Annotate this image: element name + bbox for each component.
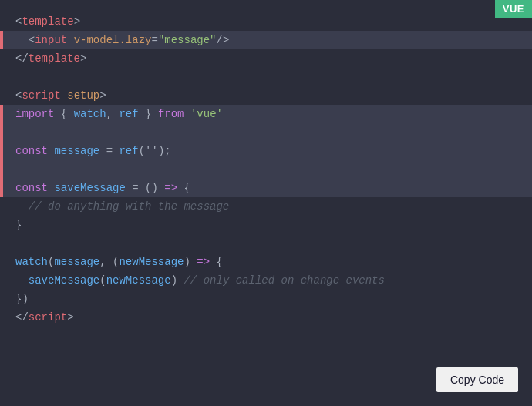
code-token: )	[184, 256, 197, 268]
code-line	[0, 234, 532, 253]
code-line: </template>	[0, 49, 532, 68]
code-token: >	[74, 15, 80, 28]
code-line	[0, 68, 532, 86]
code-token: })	[15, 293, 29, 305]
code-token: // do anything with the message	[29, 200, 229, 213]
code-token: saveMessage	[29, 274, 99, 287]
code-token: setup	[67, 89, 99, 102]
code-token	[67, 34, 73, 46]
code-token: message	[54, 256, 99, 268]
code-token: script	[29, 311, 67, 324]
code-token: v-model.lazy	[74, 34, 152, 46]
code-token: </	[15, 52, 29, 65]
code-token	[15, 34, 29, 46]
code-block: <template> <input v-model.lazy="message"…	[0, 12, 532, 327]
code-token: 'vue'	[190, 108, 223, 120]
code-token: template	[22, 15, 73, 28]
code-token: = ()	[126, 182, 164, 194]
code-token: from	[158, 108, 184, 120]
code-token: )	[171, 274, 184, 287]
line-content: <input v-model.lazy="message"/>	[3, 31, 532, 49]
line-content: })	[3, 290, 532, 308]
code-token: }	[139, 108, 158, 120]
code-token	[15, 200, 29, 213]
line-content: </script>	[3, 308, 532, 327]
code-token: >	[99, 89, 106, 102]
code-token: >	[80, 52, 86, 65]
code-token: newMessage	[119, 256, 184, 268]
code-token: {	[54, 108, 73, 120]
code-token: />	[217, 34, 230, 46]
line-content	[3, 234, 532, 253]
line-content: saveMessage(newMessage) // only called o…	[3, 271, 532, 290]
code-token: watch	[74, 108, 106, 120]
code-token: const	[15, 182, 48, 194]
code-token: {	[210, 256, 223, 268]
code-token	[61, 89, 67, 102]
code-token: ,	[106, 108, 120, 120]
code-token: =>	[164, 182, 177, 194]
line-content	[3, 160, 532, 179]
line-content: <script setup>	[3, 86, 532, 105]
line-content: const saveMessage = () => {	[3, 179, 532, 197]
code-token: const	[15, 145, 48, 157]
line-content: import { watch, ref } from 'vue'	[3, 105, 532, 123]
code-line: }	[0, 216, 532, 234]
code-line: <input v-model.lazy="message"/>	[0, 31, 532, 49]
code-token: <	[29, 34, 35, 46]
line-content: }	[3, 216, 532, 234]
code-token: ('');	[139, 145, 171, 157]
code-token	[184, 108, 190, 120]
code-line: // do anything with the message	[0, 197, 532, 216]
code-container: VUE <template> <input v-model.lazy="mess…	[0, 0, 532, 406]
code-token: template	[29, 52, 80, 65]
vue-badge: VUE	[495, 0, 532, 18]
code-token: "message"	[158, 34, 217, 46]
code-line: saveMessage(newMessage) // only called o…	[0, 271, 532, 290]
copy-code-button[interactable]: Copy Code	[436, 367, 518, 392]
code-token: import	[15, 108, 54, 120]
code-line: watch(message, (newMessage) => {	[0, 253, 532, 271]
code-token: >	[67, 311, 73, 324]
code-token: watch	[15, 256, 48, 268]
code-token: =	[99, 145, 119, 157]
line-content: const message = ref('');	[3, 142, 532, 160]
code-token: message	[54, 145, 99, 157]
line-content	[3, 68, 532, 86]
code-token: (	[99, 274, 106, 287]
line-content: // do anything with the message	[3, 197, 532, 216]
code-token: {	[177, 182, 190, 194]
code-token: script	[22, 89, 60, 102]
line-content	[3, 123, 532, 142]
code-token: newMessage	[106, 274, 171, 287]
code-token: ref	[119, 108, 138, 120]
code-line	[0, 160, 532, 179]
code-token: saveMessage	[54, 182, 125, 194]
line-content: </template>	[3, 49, 532, 68]
code-line: const message = ref('');	[0, 142, 532, 160]
code-line: <script setup>	[0, 86, 532, 105]
code-token: =	[151, 34, 157, 46]
code-token: , (	[99, 256, 119, 268]
code-line: <template>	[0, 12, 532, 31]
line-content: watch(message, (newMessage) => {	[3, 253, 532, 271]
code-token: }	[15, 219, 22, 231]
code-token: // only called on change events	[184, 274, 384, 287]
code-line: </script>	[0, 308, 532, 327]
line-content: <template>	[3, 12, 532, 31]
code-line: })	[0, 290, 532, 308]
code-token	[15, 274, 29, 287]
code-line	[0, 123, 532, 142]
code-token: </	[15, 311, 29, 324]
code-token: input	[35, 34, 67, 46]
code-token: ref	[119, 145, 138, 157]
code-token: =>	[197, 256, 210, 268]
code-line: const saveMessage = () => {	[0, 179, 532, 197]
code-line: import { watch, ref } from 'vue'	[0, 105, 532, 123]
